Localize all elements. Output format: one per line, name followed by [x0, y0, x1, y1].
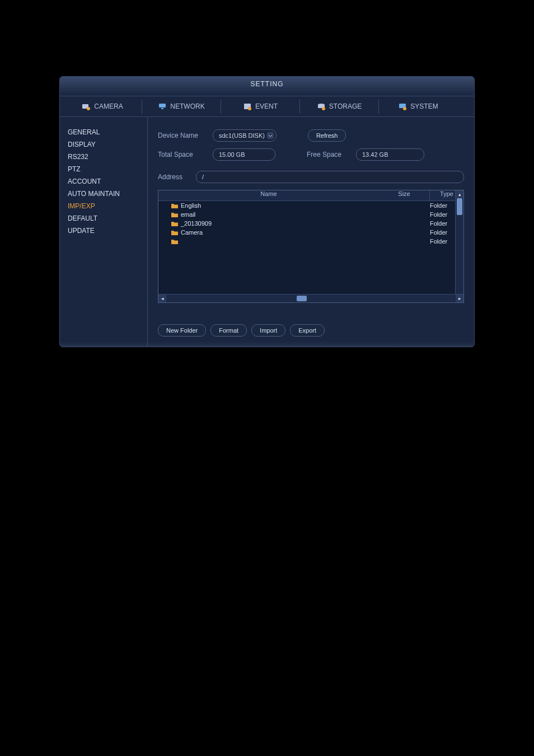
- window-title: SETTING: [60, 77, 474, 96]
- table-row[interactable]: Folder: [158, 237, 463, 246]
- vertical-scrollbar[interactable]: ▴ ▾: [455, 190, 463, 302]
- scroll-up-icon[interactable]: ▴: [456, 190, 463, 198]
- scroll-thumb[interactable]: [457, 198, 462, 215]
- network-icon: [158, 102, 167, 110]
- file-list-header: Name Size Type: [158, 190, 463, 201]
- device-name-label: Device Name: [158, 132, 208, 139]
- row-name: English: [171, 202, 380, 209]
- sidebar-item-rs232[interactable]: RS232: [64, 151, 143, 163]
- table-row[interactable]: emailFolder: [158, 210, 463, 219]
- sidebar-item-ptz[interactable]: PTZ: [64, 163, 143, 175]
- bullet-dot-icon: [84, 54, 89, 59]
- free-space-label: Free Space: [307, 151, 352, 158]
- tab-event[interactable]: EVENT: [221, 99, 299, 114]
- sidebar-item-default[interactable]: DEFAULT: [64, 212, 143, 225]
- setting-window: SETTING CAMERA NETWORK EVENT: [59, 76, 475, 347]
- camera-icon: [82, 102, 91, 110]
- event-icon: [243, 102, 252, 110]
- sidebar-item-update[interactable]: UPDATE: [64, 225, 143, 237]
- import-button[interactable]: Import: [251, 324, 285, 337]
- table-row[interactable]: CameraFolder: [158, 228, 463, 237]
- svg-point-1: [87, 107, 90, 110]
- content-pane: Device Name sdc1(USB DISK) Refresh Total…: [148, 117, 474, 347]
- tab-storage[interactable]: STORAGE: [299, 99, 378, 114]
- export-button[interactable]: Export: [290, 324, 325, 337]
- total-space-value: 15.00 GB: [213, 148, 275, 161]
- format-button[interactable]: Format: [210, 324, 247, 337]
- folder-icon: [171, 239, 179, 245]
- row-name: _20130909: [171, 220, 380, 227]
- svg-rect-2: [159, 104, 166, 108]
- table-row[interactable]: _20130909Folder: [158, 219, 463, 228]
- folder-icon: [171, 203, 179, 209]
- svg-point-10: [403, 107, 406, 110]
- address-field[interactable]: /: [196, 171, 464, 183]
- top-bullet: [84, 34, 517, 41]
- address-label: Address: [158, 173, 191, 181]
- hscroll-thumb[interactable]: [297, 296, 307, 301]
- col-name[interactable]: Name: [158, 190, 379, 200]
- scroll-right-icon[interactable]: ▸: [456, 295, 463, 302]
- total-space-label: Total Space: [158, 151, 208, 158]
- sidebar-item-impexp[interactable]: IMP/EXP: [64, 200, 143, 212]
- tab-label: EVENT: [255, 102, 278, 110]
- folder-icon: [171, 212, 179, 218]
- col-size[interactable]: Size: [379, 190, 429, 200]
- svg-rect-11: [268, 133, 273, 138]
- tab-label: NETWORK: [170, 102, 204, 110]
- top-bullet: [84, 52, 517, 59]
- sidebar-item-automaintain[interactable]: AUTO MAINTAIN: [64, 188, 143, 200]
- tab-system[interactable]: SYSTEM: [378, 99, 457, 114]
- tab-label: SYSTEM: [410, 102, 438, 110]
- horizontal-scrollbar[interactable]: ◂ ▸: [158, 294, 463, 302]
- system-icon: [398, 102, 407, 110]
- free-space-value: 13.42 GB: [356, 148, 424, 161]
- sidebar-item-general[interactable]: GENERAL: [64, 126, 143, 138]
- device-name-select[interactable]: sdc1(USB DISK): [213, 129, 277, 142]
- bullet-dot-icon: [73, 387, 78, 392]
- scroll-left-icon[interactable]: ◂: [158, 295, 166, 302]
- row-name: [171, 239, 380, 245]
- new-folder-button[interactable]: New Folder: [158, 324, 206, 337]
- file-list: Name Size Type EnglishFolderemailFolder_…: [158, 190, 464, 303]
- tab-label: CAMERA: [94, 102, 123, 110]
- tab-camera[interactable]: CAMERA: [63, 99, 142, 114]
- chevron-down-icon: [267, 132, 274, 139]
- below-bullet: Export button, you can see there is a co…: [73, 364, 472, 376]
- bullet-dot-icon: [73, 367, 78, 372]
- file-rows: EnglishFolderemailFolder_20130909FolderC…: [158, 201, 463, 294]
- storage-icon: [317, 102, 326, 110]
- address-value: /: [202, 174, 204, 180]
- sidebar-item-account[interactable]: ACCOUNT: [64, 175, 143, 188]
- row-name: email: [171, 211, 380, 218]
- refresh-button[interactable]: Refresh: [308, 129, 346, 142]
- sidebar-item-display[interactable]: DISPLAY: [64, 138, 143, 151]
- bullet-text: Export button, you can see there is a co…: [89, 364, 425, 376]
- svg-point-5: [248, 107, 251, 110]
- folder-icon: [171, 221, 179, 227]
- device-name-value: sdc1(USB DISK): [219, 132, 265, 139]
- table-row[interactable]: EnglishFolder: [158, 201, 463, 210]
- tab-label: STORAGE: [329, 102, 362, 110]
- tabs-bar: CAMERA NETWORK EVENT STORAGE: [60, 96, 474, 117]
- bullet-dot-icon: [84, 36, 89, 41]
- folder-icon: [171, 230, 179, 236]
- below-bullet: [73, 384, 472, 392]
- svg-rect-3: [161, 108, 163, 109]
- tab-network[interactable]: NETWORK: [142, 99, 221, 114]
- row-name: Camera: [171, 229, 380, 236]
- sidebar: GENERAL DISPLAY RS232 PTZ ACCOUNT AUTO M…: [60, 117, 148, 347]
- svg-point-8: [322, 107, 325, 110]
